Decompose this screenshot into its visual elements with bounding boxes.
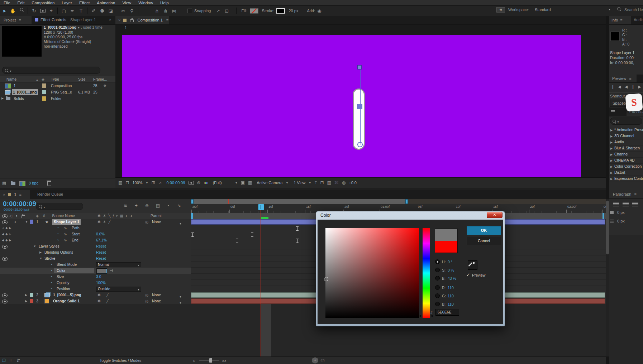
selection-tool-icon[interactable]: ➤ bbox=[0, 8, 9, 14]
roto-brush-tool-icon[interactable]: ✂ bbox=[119, 8, 128, 14]
menu-composition[interactable]: Composition bbox=[28, 1, 58, 5]
column-name[interactable]: Name bbox=[6, 76, 16, 82]
new-folder-icon[interactable] bbox=[11, 182, 15, 185]
expander-icon[interactable]: ▼ bbox=[33, 243, 36, 249]
radio-b[interactable] bbox=[435, 276, 440, 281]
interpret-footage-icon[interactable]: ▤ bbox=[2, 181, 6, 185]
keyframe-nav-icons[interactable]: ◀◆▶ bbox=[2, 225, 13, 231]
expand-transfer-controls-icon[interactable]: ⌗ bbox=[9, 358, 12, 363]
property-value[interactable]: 3.0 bbox=[96, 274, 101, 280]
rectangle-tool-icon[interactable]: ▢ bbox=[59, 8, 68, 14]
column-source-name[interactable]: Source Name bbox=[52, 213, 75, 219]
effects-category[interactable]: ▶3D Channel bbox=[609, 133, 643, 139]
table-row[interactable]: 1 Composition 25 ❖ bbox=[0, 82, 115, 89]
puppet-pin-tool-icon[interactable]: ⚲ bbox=[128, 8, 136, 14]
hue-slider[interactable] bbox=[423, 228, 430, 318]
view-layout-dropdown-icon[interactable]: ▼ bbox=[309, 182, 311, 184]
effects-category[interactable]: ▶CINEMA 4D bbox=[609, 157, 643, 164]
stopwatch-icon[interactable]: ◔ bbox=[50, 268, 53, 274]
radio-g[interactable] bbox=[435, 293, 440, 298]
search-options-icon[interactable]: ▼ bbox=[617, 121, 619, 123]
layer-row[interactable]: ▶ 2 1_[0001...5].png ✽╱ ◎ None ▼ bbox=[0, 292, 191, 298]
label-color-swatch[interactable] bbox=[42, 96, 46, 101]
b-value[interactable]: 43 % bbox=[448, 276, 456, 281]
effects-category[interactable]: ▶* Animation Presets bbox=[609, 127, 643, 133]
region-of-interest-icon[interactable]: ▣ bbox=[241, 181, 245, 185]
tab-paragraph[interactable]: Paragraph ≡ bbox=[609, 190, 643, 198]
graph-icon[interactable]: ∿ bbox=[64, 231, 67, 237]
close-tab-icon[interactable]: × bbox=[3, 192, 5, 197]
align-center-icon[interactable] bbox=[623, 202, 629, 206]
rotate-tool-icon[interactable]: ↻ bbox=[30, 8, 38, 14]
tab-info[interactable]: Info ≡ bbox=[609, 16, 631, 24]
composition-mini-flowchart-icon[interactable]: ≋ bbox=[124, 203, 127, 208]
solo-dot-icon[interactable]: ● bbox=[14, 219, 16, 225]
workspace-gear-icon[interactable]: ⚒ bbox=[496, 7, 505, 13]
align-right-icon[interactable] bbox=[632, 202, 638, 206]
parent-select[interactable]: None bbox=[152, 299, 180, 303]
panel-menu-icon[interactable]: ≡ bbox=[629, 76, 631, 81]
effects-category[interactable]: ▶Color Correction bbox=[609, 163, 643, 170]
path-handle-top[interactable] bbox=[357, 65, 362, 70]
color-field[interactable] bbox=[325, 228, 419, 318]
show-snapshot-icon[interactable]: ⊚ bbox=[197, 181, 201, 185]
work-area-bar[interactable] bbox=[191, 199, 606, 204]
property-row-selected[interactable]: ◔ Color ⊣ bbox=[0, 268, 191, 274]
hex-input[interactable]: 6E6E6E bbox=[435, 309, 459, 316]
keyframe-marker[interactable] bbox=[296, 239, 299, 243]
eye-icon[interactable] bbox=[2, 245, 8, 249]
expander-icon[interactable]: ▶ bbox=[25, 298, 27, 304]
path-anchor-point[interactable] bbox=[357, 142, 363, 147]
eraser-tool-icon[interactable]: ◪ bbox=[106, 8, 115, 14]
column-parent[interactable]: Parent bbox=[151, 213, 162, 219]
property-row[interactable]: ◔ Opacity 100% bbox=[0, 280, 191, 286]
layer-row[interactable]: ▶ 3 Orange Solid 1 ✽╱ ◎ None ▼ bbox=[0, 298, 191, 305]
playhead-handle[interactable] bbox=[258, 204, 264, 210]
timeline-scrollbar[interactable] bbox=[606, 199, 609, 356]
property-value[interactable]: 0.0% bbox=[96, 231, 105, 237]
local-axis-mode-icon[interactable]: ⋔ bbox=[153, 8, 161, 14]
help-search-input[interactable]: Search Help bbox=[624, 8, 643, 12]
group-row[interactable]: ▶ Blending Options Reset bbox=[0, 249, 191, 256]
property-row[interactable]: ◀◆▶ ◔ ∿ Start 0.0% bbox=[0, 231, 191, 238]
shape-pill[interactable] bbox=[353, 88, 365, 150]
property-row[interactable]: ◔ Blend Mode Normal▼ bbox=[0, 262, 191, 268]
zoom-dropdown-icon[interactable]: ▼ bbox=[146, 182, 148, 184]
footage-dropdown-icon[interactable]: ▼ bbox=[77, 27, 80, 29]
fill-swatch[interactable] bbox=[250, 8, 258, 14]
keyframe-marker[interactable] bbox=[251, 233, 253, 237]
timeline-button-icon[interactable]: ▥ bbox=[327, 181, 331, 185]
tab-effect-controls[interactable]: Effect Controls bbox=[41, 18, 66, 22]
h-value[interactable]: 0 ° bbox=[448, 260, 452, 264]
keyframe-marker[interactable] bbox=[236, 239, 238, 243]
pixel-aspect-icon[interactable]: ⌶ bbox=[314, 181, 317, 185]
table-row[interactable]: ▶ Solids Folder bbox=[0, 95, 115, 102]
exposure-reset-icon[interactable]: ◍ bbox=[342, 181, 346, 185]
stopwatch-icon[interactable]: ◔ bbox=[50, 286, 53, 292]
graph-icon[interactable]: ∿ bbox=[64, 225, 67, 231]
monitor-icon[interactable]: ⊟ bbox=[125, 181, 129, 185]
pan-behind-tool-icon[interactable]: ⌖ bbox=[47, 8, 56, 14]
composition-canvas[interactable] bbox=[122, 35, 581, 177]
grid-options-icon[interactable]: ⊞ bbox=[151, 181, 155, 185]
parent-pickwhip-icon[interactable]: ◎ bbox=[145, 298, 148, 304]
type-tool-icon[interactable]: T bbox=[77, 8, 85, 14]
effects-category[interactable]: ▶Channel bbox=[609, 151, 643, 158]
motion-blur-icon[interactable]: ◔ bbox=[167, 203, 169, 208]
stopwatch-icon[interactable]: ◔ bbox=[57, 225, 59, 231]
effects-search-input[interactable]: ▼ bbox=[610, 118, 642, 125]
stopwatch-icon[interactable]: ◔ bbox=[50, 280, 53, 286]
project-search-input[interactable]: ▼ bbox=[2, 67, 100, 74]
snap-arrow-icon[interactable]: ↗ bbox=[214, 8, 223, 14]
zoom-out-icon[interactable]: ▲ bbox=[192, 359, 195, 362]
expander-icon[interactable]: ▼ bbox=[39, 255, 42, 262]
hue-cursor-left-icon[interactable]: ▶ bbox=[420, 314, 422, 317]
expander-icon[interactable]: ▶ bbox=[39, 249, 42, 255]
snapping-checkbox[interactable] bbox=[187, 9, 192, 13]
stopwatch-icon[interactable]: ◔ bbox=[50, 262, 53, 268]
property-row[interactable]: ◔ Size 3.0 bbox=[0, 274, 191, 280]
timeline-search-input[interactable]: ▼ bbox=[36, 203, 83, 210]
cancel-button[interactable]: Cancel bbox=[467, 237, 501, 245]
property-value[interactable]: 67.1% bbox=[96, 237, 107, 243]
radio-r[interactable] bbox=[435, 285, 440, 290]
